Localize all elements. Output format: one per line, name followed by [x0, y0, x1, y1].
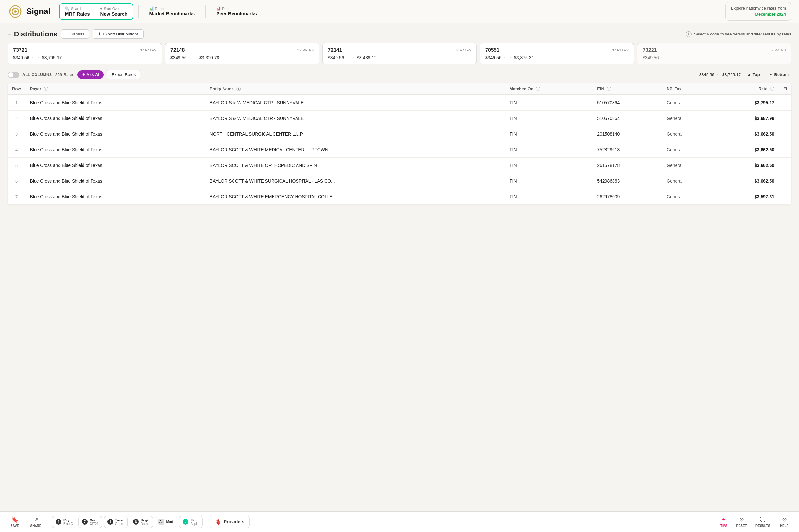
code-card-0[interactable]: 73721 37 RATES $349.56 ← → $3,795.17 [8, 43, 162, 64]
payer-cell: Blue Cross and Blue Shield of Texas [25, 111, 205, 126]
ein-cell: 752829613 [593, 142, 662, 158]
row-number: 2 [8, 111, 25, 126]
nav-item-search-mrf[interactable]: 🔍 Search MRF Rates [60, 4, 95, 19]
row-action-cell [779, 173, 791, 189]
modifier-filter-name: Mod [166, 520, 173, 524]
npi-tax-cell: Genera [662, 126, 715, 142]
tips-button[interactable]: ✦ TIPS [717, 514, 730, 529]
chevron-up-icon: ▲ [747, 72, 751, 77]
payer-cell: Blue Cross and Blue Shield of Texas [25, 158, 205, 173]
matched-on-cell: TIN [505, 173, 593, 189]
bottom-button[interactable]: ▼ Bottom [766, 71, 791, 78]
results-button[interactable]: ⛶ RESULTS [752, 514, 774, 529]
rates-2: 37 RATES [455, 48, 471, 52]
payer-filter-name: Paye [63, 518, 73, 522]
rate-cell: $3,597.31 [715, 189, 779, 205]
code-1: 72148 [170, 47, 185, 53]
providers-button[interactable]: 🫀 Providers [209, 516, 250, 528]
taxonomy-filter-sub: Gener [115, 522, 124, 526]
code-card-2[interactable]: 72141 37 RATES $349.56 ← → $3,436.12 [322, 43, 477, 64]
table-row[interactable]: 6 Blue Cross and Blue Shield of Texas BA… [8, 173, 791, 189]
share-button[interactable]: ↗ SHARE [26, 514, 45, 529]
modifier-icon: Ad [158, 519, 164, 525]
rate-cell: $3,795.17 [715, 95, 779, 111]
row-action-cell [779, 126, 791, 142]
explore-box[interactable]: Explore nationwide rates from December 2… [725, 2, 791, 20]
rate-cell: $3,662.50 [715, 173, 779, 189]
save-button[interactable]: 🔖 SAVE [5, 514, 24, 529]
matched-info-icon[interactable]: i [536, 87, 540, 91]
table-row[interactable]: 2 Blue Cross and Blue Shield of Texas BA… [8, 111, 791, 126]
payer-info-icon[interactable]: i [44, 87, 48, 91]
rate-info-icon[interactable]: i [770, 87, 774, 91]
nav-item-new-search[interactable]: + Start Over New Search [95, 4, 133, 19]
entity-name-cell: NORTH CENTRAL SURGICAL CENTER L.L.P. [205, 126, 505, 142]
export-distributions-button[interactable]: ⬇ Export Distributions [93, 30, 144, 39]
entity-info-icon[interactable]: i [236, 87, 241, 91]
row-action-cell [779, 189, 791, 205]
entity-name-cell: BAYLOR SCOTT & WHITE ORTHOPEDIC AND SPIN [205, 158, 505, 173]
row-action-cell [779, 158, 791, 173]
entity-name-cell: BAYLOR SCOTT & WHITE SURGICAL HOSPITAL -… [205, 173, 505, 189]
distributions-info: ℹ Select a code to see details and filte… [686, 31, 791, 37]
code-filter-name: Code [90, 518, 98, 522]
code-card-4[interactable]: 73221 37 RATES $349.56 ← → ... [637, 43, 791, 64]
col-header-matched-on[interactable]: Matched On i [505, 83, 593, 95]
nav-active-group[interactable]: 🔍 Search MRF Rates + Start Over New Sear… [59, 3, 133, 20]
table-row[interactable]: 4 Blue Cross and Blue Shield of Texas BA… [8, 142, 791, 158]
top-button[interactable]: ▲ Top [745, 71, 763, 78]
nav-label-main-search: MRF Rates [65, 11, 90, 17]
payer-cell: Blue Cross and Blue Shield of Texas [25, 173, 205, 189]
code-filter-sub: 73721 [90, 522, 98, 526]
filter-payer[interactable]: 1 Paye Blue C [52, 516, 76, 528]
col-header-ein[interactable]: EIN i [593, 83, 662, 95]
ein-cell: 542086863 [593, 173, 662, 189]
filter-applied[interactable]: ✓ Filte Applic [179, 516, 203, 528]
table-row[interactable]: 7 Blue Cross and Blue Shield of Texas BA… [8, 189, 791, 205]
range-4: $349.56 ← → ... [643, 55, 786, 60]
payer-cell: Blue Cross and Blue Shield of Texas [25, 189, 205, 205]
table-row[interactable]: 1 Blue Cross and Blue Shield of Texas BA… [8, 95, 791, 111]
npi-tax-cell: Genera [662, 142, 715, 158]
code-card-3[interactable]: 70551 37 RATES $349.56 ← → $3,375.31 [480, 43, 634, 64]
help-icon: ⊘ [782, 516, 787, 523]
help-label: HELP [780, 524, 789, 528]
ask-ai-button[interactable]: ✦ Ask AI [77, 70, 104, 79]
export-rates-button[interactable]: Export Rates [107, 70, 141, 79]
filter-code[interactable]: 7 Code 73721 [78, 516, 102, 528]
ein-info-icon[interactable]: i [607, 87, 611, 91]
explore-text: Explore nationwide rates from [731, 6, 786, 11]
col-header-entity[interactable]: Entity Name i [205, 83, 505, 95]
range-0: $349.56 ← → $3,795.17 [13, 55, 156, 60]
npi-tax-cell: Genera [662, 95, 715, 111]
filter-region[interactable]: 6 Regi Dallas [130, 516, 153, 528]
code-0: 73721 [13, 47, 27, 53]
help-button[interactable]: ⊘ HELP [775, 514, 794, 529]
table-row[interactable]: 5 Blue Cross and Blue Shield of Texas BA… [8, 158, 791, 173]
payer-badge: 1 [56, 519, 61, 525]
all-columns-toggle[interactable] [8, 72, 19, 78]
chevron-down-icon: ▼ [769, 72, 773, 77]
nav-item-peer-benchmarks[interactable]: 📊 Report Peer Benchmarks [211, 3, 262, 19]
table-row[interactable]: 3 Blue Cross and Blue Shield of Texas NO… [8, 126, 791, 142]
filter-taxonomy[interactable]: 1 Taxo Gener [104, 516, 128, 528]
logo[interactable]: Signal [8, 4, 50, 19]
ein-cell: 510570864 [593, 95, 662, 111]
dismiss-button[interactable]: ↑ Dismiss [61, 30, 89, 39]
col-header-rate[interactable]: Rate i [715, 83, 779, 95]
row-number: 1 [8, 95, 25, 111]
nav-item-market-benchmarks[interactable]: 📊 Report Market Benchmarks [144, 3, 201, 19]
code-card-1[interactable]: 72148 37 RATES $349.56 ← → $3,320.78 [165, 43, 319, 64]
col-header-filter[interactable]: ⊟ [779, 83, 791, 95]
col-header-payer[interactable]: Payer i [25, 83, 205, 95]
share-label: SHARE [30, 524, 41, 528]
entity-name-cell: BAYLOR S & W MEDICAL CTR - SUNNYVALE [205, 111, 505, 126]
logo-text: Signal [26, 6, 50, 16]
filter-modifier[interactable]: Ad Mod [155, 517, 177, 527]
col-header-row: Row [8, 83, 25, 95]
providers-icon: 🫀 [215, 519, 221, 525]
taxonomy-filter-name: Taxo [115, 518, 124, 522]
reset-button[interactable]: ⊙ RESET [732, 514, 751, 529]
save-label: SAVE [11, 524, 19, 528]
payer-cell: Blue Cross and Blue Shield of Texas [25, 95, 205, 111]
